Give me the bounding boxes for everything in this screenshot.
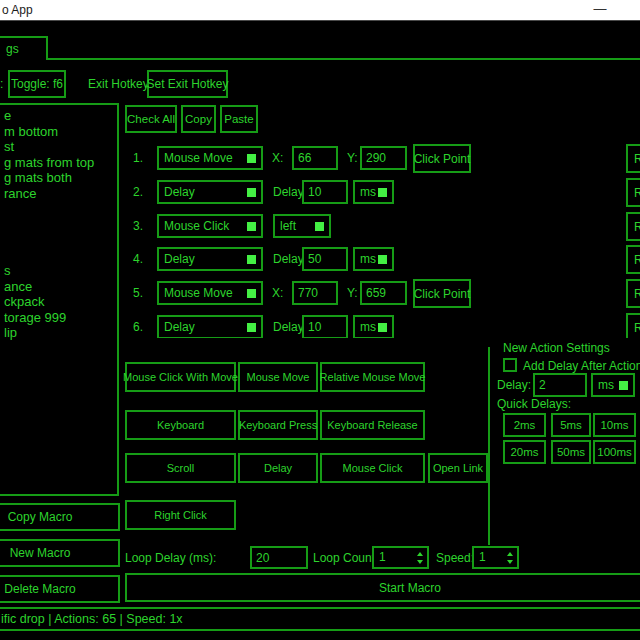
macro-list-item[interactable]: g mats both [4, 170, 115, 186]
quick-delay-50ms-button[interactable]: 50ms [551, 440, 591, 464]
add-keyboard-release-button[interactable]: Keyboard Release [320, 410, 425, 440]
delay-input[interactable] [302, 180, 348, 204]
quick-delay-20ms-button[interactable]: 20ms [503, 440, 546, 464]
mouse-button-dropdown[interactable]: left [273, 214, 331, 238]
remove-action-button[interactable]: Remove [626, 279, 640, 308]
add-relative-mouse-move-button[interactable]: Relative Mouse Move [320, 362, 425, 392]
speed-stepper[interactable]: 1 [472, 546, 519, 569]
remove-action-button[interactable]: Remove [626, 313, 640, 338]
macro-list-item[interactable] [4, 201, 115, 217]
quick-delay-100ms-button[interactable]: 100ms [593, 440, 636, 464]
remove-action-button[interactable]: Remove [626, 178, 640, 207]
add-scroll-button[interactable]: Scroll [125, 453, 236, 483]
add-mouse-click-with-move-button[interactable]: Mouse Click With Move [125, 362, 236, 392]
delay-unit-dropdown[interactable]: ms [353, 180, 394, 204]
action-type-dropdown[interactable]: Delay [157, 247, 263, 271]
y-input[interactable] [360, 146, 407, 170]
macro-list-item[interactable] [4, 232, 115, 248]
exit-hotkey-label: Exit Hotkey: [88, 77, 152, 91]
y-input[interactable] [360, 281, 407, 305]
quick-delay-10ms-button[interactable]: 10ms [593, 413, 636, 437]
copy-macro-button[interactable]: Copy Macro [0, 503, 120, 531]
macro-list-item[interactable]: ckpack [4, 294, 115, 310]
status-text: ific drop | Actions: 65 | Speed: 1x [1, 612, 183, 626]
remove-action-button[interactable]: Remove [626, 144, 640, 173]
delay-label: Delay [273, 320, 304, 334]
action-type-dropdown[interactable]: Delay [157, 315, 263, 338]
tab-settings[interactable]: gs [0, 36, 48, 60]
y-label: Y: [347, 151, 358, 165]
start-macro-button[interactable]: Start Macro [125, 573, 640, 602]
macro-list-item[interactable]: s [4, 263, 115, 279]
add-mouse-click-button[interactable]: Mouse Click [320, 453, 425, 483]
click-point-button[interactable]: Click Point [413, 144, 471, 173]
action-row: 3. Mouse Click left Remove [125, 214, 640, 248]
dropdown-indicator-icon [378, 323, 387, 332]
action-index: 3. [133, 219, 143, 233]
check-all-button[interactable]: Check All [125, 105, 177, 133]
delay-unit-value: ms [360, 185, 376, 199]
paste-button[interactable]: Paste [220, 105, 258, 133]
macro-list-item[interactable]: st [4, 139, 115, 155]
action-type-dropdown[interactable]: Delay [157, 180, 263, 204]
action-type-value: Mouse Move [164, 286, 233, 300]
action-type-dropdown[interactable]: Mouse Move [157, 281, 263, 305]
nas-delay-input[interactable] [533, 373, 587, 397]
new-macro-button[interactable]: New Macro [0, 539, 120, 567]
macro-list-item[interactable] [4, 248, 115, 264]
loop-delay-input[interactable] [250, 546, 308, 569]
add-open-link-button[interactable]: Open Link [428, 453, 488, 483]
stepper-arrows-icon[interactable] [507, 552, 513, 564]
delay-label: Delay [273, 252, 304, 266]
copy-button[interactable]: Copy [181, 105, 216, 133]
macro-list-item[interactable]: m bottom [4, 124, 115, 140]
add-right-click-button[interactable]: Right Click [125, 500, 236, 530]
macro-list-item[interactable]: rance [4, 186, 115, 202]
set-exit-hotkey-button[interactable]: Set Exit Hotkey [147, 70, 228, 98]
dropdown-indicator-icon [619, 381, 628, 390]
quick-delays-label: Quick Delays: [497, 397, 571, 411]
remove-action-button[interactable]: Remove [626, 212, 640, 241]
stepper-arrows-icon[interactable] [417, 552, 423, 564]
macro-list-item[interactable]: lip [4, 325, 115, 341]
delay-unit-dropdown[interactable]: ms [353, 247, 394, 271]
add-keyboard-press-button[interactable]: Keyboard Press [238, 410, 318, 440]
loop-count-stepper[interactable]: 1 [372, 546, 429, 569]
action-index: 6. [133, 320, 143, 334]
macro-list[interactable]: e m bottom st g mats from top g mats bot… [0, 103, 119, 496]
macro-list-item[interactable] [4, 217, 115, 233]
window-title: o App [2, 3, 33, 17]
click-point-button[interactable]: Click Point [413, 279, 471, 308]
action-list: 1. Mouse Move X: Y: Click Point Remove 2… [125, 138, 640, 338]
nas-delay-unit-dropdown[interactable]: ms [591, 373, 635, 397]
delay-unit-dropdown[interactable]: ms [353, 315, 394, 338]
x-input[interactable] [292, 146, 338, 170]
add-keyboard-button[interactable]: Keyboard [125, 410, 236, 440]
add-mouse-move-button[interactable]: Mouse Move [238, 362, 318, 392]
macro-list-item[interactable]: g mats from top [4, 155, 115, 171]
delay-input[interactable] [302, 247, 348, 271]
macro-list-item[interactable]: e [4, 108, 115, 124]
add-delay-button[interactable]: Delay [238, 453, 318, 483]
title-bar: o App — [0, 0, 640, 21]
toggle-hotkey-button[interactable]: Toggle: f6 [8, 70, 66, 98]
action-type-value: Delay [164, 320, 195, 334]
macro-list-item[interactable]: ance [4, 279, 115, 295]
delete-macro-button[interactable]: Delete Macro [0, 575, 120, 603]
quick-delay-2ms-button[interactable]: 2ms [503, 413, 546, 437]
delay-unit-value: ms [360, 320, 376, 334]
action-index: 4. [133, 252, 143, 266]
remove-action-button[interactable]: Remove [626, 245, 640, 274]
action-type-dropdown[interactable]: Mouse Move [157, 146, 263, 170]
status-bar: ific drop | Actions: 65 | Speed: 1x [0, 607, 640, 631]
delay-input[interactable] [302, 315, 348, 338]
nas-delay-unit-value: ms [598, 378, 614, 392]
speed-value: 1 [479, 550, 486, 564]
add-delay-after-action-checkbox[interactable] [503, 358, 517, 372]
minimize-icon[interactable]: — [580, 0, 620, 20]
macro-list-item[interactable]: torage 999 [4, 310, 115, 326]
action-row: 4. Delay Delay ms Remove [125, 247, 640, 281]
action-type-dropdown[interactable]: Mouse Click [157, 214, 263, 238]
x-input[interactable] [292, 281, 338, 305]
quick-delay-5ms-button[interactable]: 5ms [551, 413, 591, 437]
